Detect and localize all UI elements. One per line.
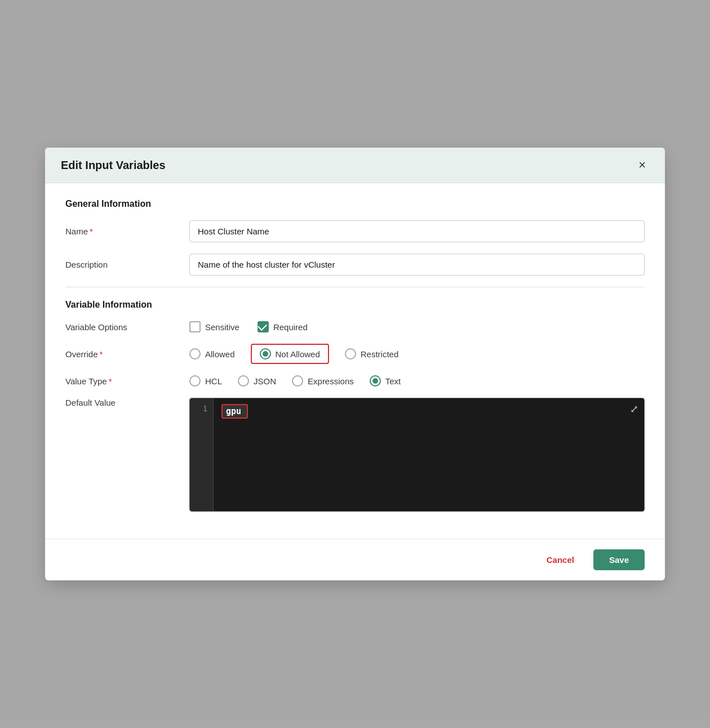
- modal-footer: Cancel Save: [45, 539, 665, 580]
- sensitive-checkbox[interactable]: [189, 321, 201, 332]
- override-allowed-text: Allowed: [205, 349, 235, 359]
- editor-gutter: 1: [190, 398, 214, 511]
- modal-header: Edit Input Variables ×: [45, 148, 665, 183]
- name-required-star: *: [90, 227, 93, 236]
- cancel-button[interactable]: Cancel: [536, 549, 584, 570]
- description-input[interactable]: [189, 254, 645, 276]
- value-type-expressions-label[interactable]: Expressions: [292, 375, 354, 387]
- required-label: Required: [273, 322, 308, 332]
- value-type-required-star: *: [109, 376, 112, 386]
- modal-dialog: Edit Input Variables × General Informati…: [45, 148, 665, 580]
- override-radio-group: Allowed Not Allowed Restricted: [189, 344, 398, 364]
- variable-options-row: Variable Options Sensitive Required: [65, 321, 645, 332]
- value-type-expressions-radio[interactable]: [292, 375, 303, 387]
- default-value-editor[interactable]: 1 gpu ⤢: [189, 398, 645, 512]
- override-restricted-radio[interactable]: [345, 348, 356, 359]
- modal-title: Edit Input Variables: [61, 159, 166, 172]
- value-type-hcl-radio[interactable]: [189, 375, 201, 387]
- override-not-allowed-wrapper: Not Allowed: [251, 344, 329, 364]
- override-allowed-radio[interactable]: [189, 348, 201, 359]
- override-restricted-text: Restricted: [361, 349, 399, 359]
- editor-line-1: gpu: [221, 404, 636, 419]
- value-type-hcl-label[interactable]: HCL: [189, 375, 222, 387]
- modal-body: General Information Name* Description Va…: [45, 183, 665, 539]
- required-checkbox[interactable]: [258, 321, 269, 332]
- sensitive-checkbox-label[interactable]: Sensitive: [189, 321, 239, 332]
- editor-code-value: gpu: [221, 404, 248, 419]
- modal-overlay: Edit Input Variables × General Informati…: [0, 0, 710, 728]
- editor-content-area[interactable]: gpu ⤢: [214, 398, 644, 511]
- value-type-text-text: Text: [385, 376, 401, 386]
- value-type-hcl-text: HCL: [205, 376, 222, 386]
- name-row: Name*: [65, 220, 645, 242]
- override-row: Override* Allowed Not Allowed: [65, 344, 645, 364]
- override-not-allowed-radio[interactable]: [260, 348, 271, 359]
- override-required-star: *: [100, 349, 103, 359]
- editor-expand-button[interactable]: ⤢: [630, 403, 638, 415]
- value-type-json-radio[interactable]: [238, 375, 249, 387]
- value-type-expressions-text: Expressions: [308, 376, 354, 386]
- value-type-json-label[interactable]: JSON: [238, 375, 276, 387]
- value-type-text-radio[interactable]: [370, 375, 381, 387]
- override-not-allowed-label[interactable]: Not Allowed: [260, 348, 320, 359]
- value-type-label: Value Type*: [65, 376, 189, 386]
- variable-section-title: Variable Information: [65, 300, 645, 310]
- required-checkbox-label[interactable]: Required: [258, 321, 308, 332]
- save-button[interactable]: Save: [593, 549, 645, 570]
- description-label: Description: [65, 260, 189, 269]
- editor-inner: 1 gpu ⤢: [190, 398, 644, 511]
- default-value-label: Default Value: [65, 398, 189, 407]
- section-divider: [65, 287, 645, 287]
- editor-line-number: 1: [197, 404, 207, 413]
- default-value-row: Default Value 1 gpu ⤢: [65, 398, 645, 512]
- override-label: Override*: [65, 349, 189, 359]
- sensitive-label: Sensitive: [205, 322, 239, 332]
- variable-options-group: Sensitive Required: [189, 321, 308, 332]
- name-input[interactable]: [189, 220, 645, 242]
- close-button[interactable]: ×: [635, 158, 649, 172]
- value-type-json-text: JSON: [254, 376, 276, 386]
- variable-options-label: Variable Options: [65, 322, 189, 332]
- value-type-text-label[interactable]: Text: [370, 375, 401, 387]
- name-label: Name*: [65, 227, 189, 236]
- override-not-allowed-text: Not Allowed: [276, 349, 320, 359]
- override-restricted-label[interactable]: Restricted: [345, 348, 399, 359]
- value-type-radio-group: HCL JSON Expressions Text: [189, 375, 401, 387]
- value-type-row: Value Type* HCL JSON Expressions: [65, 375, 645, 387]
- override-allowed-label[interactable]: Allowed: [189, 348, 235, 359]
- general-section-title: General Information: [65, 199, 645, 209]
- description-row: Description: [65, 254, 645, 276]
